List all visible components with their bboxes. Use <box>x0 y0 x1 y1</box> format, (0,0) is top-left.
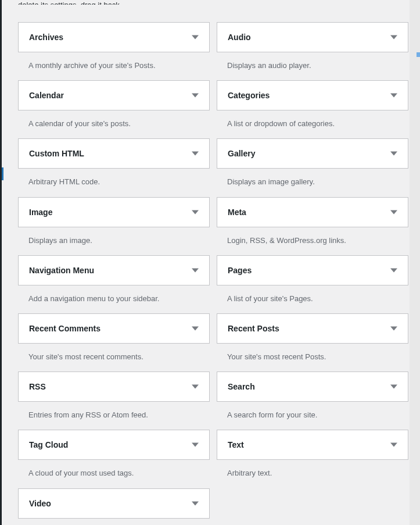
widget-audio[interactable]: Audio <box>217 22 408 52</box>
widget-desc: Add a navigation menu to your sidebar. <box>28 294 210 304</box>
widget-calendar[interactable]: Calendar <box>18 80 210 110</box>
widget-title: Audio <box>228 33 251 42</box>
widget-pages[interactable]: Pages <box>217 255 408 285</box>
widget-recent-comments[interactable]: Recent Comments <box>18 313 210 344</box>
widget-title: Custom HTML <box>29 149 84 158</box>
widget-desc: A list of your site's Pages. <box>227 294 408 304</box>
chevron-down-icon <box>390 92 397 99</box>
chevron-down-icon <box>390 383 397 390</box>
widget-title: RSS <box>29 382 46 391</box>
chevron-down-icon <box>192 92 199 99</box>
widget-meta[interactable]: Meta <box>217 197 408 227</box>
chevron-down-icon <box>390 209 397 216</box>
intro-text: delete its settings, drag it back. <box>18 0 408 5</box>
widget-desc: Displays an image gallery. <box>227 177 408 187</box>
widget-title: Categories <box>228 91 270 100</box>
widget-archives[interactable]: Archives <box>18 22 210 52</box>
widget-recent-posts[interactable]: Recent Posts <box>217 313 408 344</box>
chevron-down-icon <box>192 383 199 390</box>
widget-desc: Displays an audio player. <box>227 60 408 71</box>
widget-desc: Login, RSS, & WordPress.org links. <box>227 235 408 246</box>
widget-desc: A list or dropdown of categories. <box>227 119 408 129</box>
widget-title: Recent Comments <box>29 324 100 333</box>
widget-desc: A monthly archive of your site's Posts. <box>28 60 210 71</box>
chevron-down-icon <box>192 267 199 274</box>
chevron-down-icon <box>390 325 397 332</box>
widget-desc: Your site's most recent Posts. <box>227 352 408 362</box>
widget-desc: A search form for your site. <box>227 410 408 420</box>
widget-gallery[interactable]: Gallery <box>217 138 408 169</box>
widget-title: Calendar <box>29 91 64 100</box>
widget-title: Tag Cloud <box>29 440 68 449</box>
chevron-down-icon <box>192 500 199 507</box>
chevron-down-icon <box>192 209 199 216</box>
widget-desc: A cloud of your most used tags. <box>28 468 210 478</box>
widget-tag-cloud[interactable]: Tag Cloud <box>18 430 210 460</box>
widget-title: Navigation Menu <box>29 266 94 275</box>
widget-desc: A calendar of your site's posts. <box>28 119 210 129</box>
widget-title: Image <box>29 208 52 217</box>
widget-navigation-menu[interactable]: Navigation Menu <box>18 255 210 285</box>
widget-title: Pages <box>228 266 252 275</box>
widget-title: Archives <box>29 33 63 42</box>
widget-text[interactable]: Text <box>217 430 408 460</box>
widget-image[interactable]: Image <box>18 197 210 227</box>
widget-rss[interactable]: RSS <box>18 372 210 402</box>
widget-desc: Arbitrary text. <box>227 468 408 478</box>
chevron-down-icon <box>192 150 199 157</box>
widget-desc: Entries from any RSS or Atom feed. <box>28 410 210 420</box>
chevron-down-icon <box>390 267 397 274</box>
widget-grid: Archives A monthly archive of your site'… <box>18 13 408 519</box>
chevron-down-icon <box>390 441 397 448</box>
chevron-down-icon <box>390 34 397 41</box>
widget-title: Recent Posts <box>228 324 279 333</box>
widget-custom-html[interactable]: Custom HTML <box>18 138 210 169</box>
chevron-down-icon <box>192 34 199 41</box>
widget-video[interactable]: Video <box>18 488 210 519</box>
widget-title: Video <box>29 499 51 508</box>
widget-search[interactable]: Search <box>217 372 408 402</box>
widgets-panel: delete its settings, drag it back. Archi… <box>0 0 420 525</box>
widget-title: Text <box>228 440 244 449</box>
active-menu-indicator <box>2 167 3 180</box>
widget-column-left: Archives A monthly archive of your site'… <box>18 13 210 519</box>
chevron-down-icon <box>192 441 199 448</box>
chevron-down-icon <box>390 150 397 157</box>
widget-title: Meta <box>228 208 246 217</box>
widget-column-right: Audio Displays an audio player. Categori… <box>217 13 408 519</box>
widget-desc: Your site's most recent comments. <box>28 352 210 362</box>
widget-title: Gallery <box>228 149 255 158</box>
widget-desc: Displays an image. <box>28 235 210 246</box>
widget-desc: Arbitrary HTML code. <box>28 177 210 187</box>
widget-title: Search <box>228 382 255 391</box>
widget-categories[interactable]: Categories <box>217 80 408 110</box>
chevron-down-icon <box>192 325 199 332</box>
